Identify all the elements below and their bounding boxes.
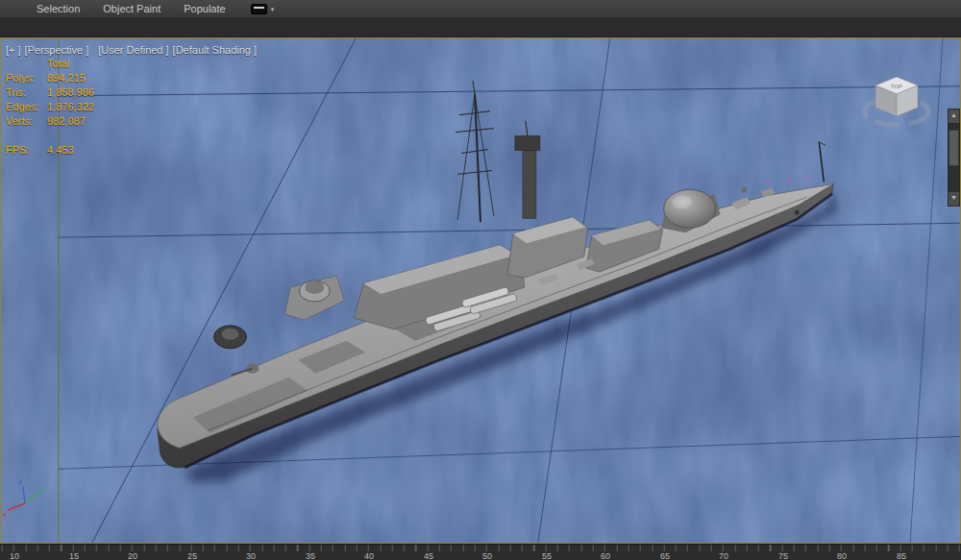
timeline-tick-label: 50 [482, 550, 492, 560]
viewport-label: [+ ][Perspective ][User Defined ][Defaul… [6, 44, 260, 56]
timeline-tick-label: 30 [246, 550, 256, 560]
minimize-ribbon-icon [251, 4, 267, 14]
viewport-menu-pov[interactable]: [Perspective ] [25, 44, 89, 56]
viewport-statistics: Total Polys:894,215 Tris:1,858,986 Edges… [6, 57, 94, 158]
viewport-menu-shading[interactable]: [Default Shading ] [173, 44, 257, 56]
viewcube-top-label: TOP [891, 84, 902, 89]
ribbon-minimize-button[interactable]: ▾ [251, 4, 275, 14]
timeline-tick-label: 15 [69, 550, 79, 560]
ribbon-collapsed-strip [0, 18, 961, 37]
chevron-down-icon[interactable]: ▾ [271, 6, 275, 12]
timeline-tick-label: 80 [837, 550, 847, 560]
tab-object-paint[interactable]: Object Paint [91, 0, 172, 17]
panel-scrollbar[interactable]: ▴ ▾ [948, 109, 960, 207]
stat-edges: Edges:1,876,322 [6, 100, 94, 114]
stat-verts: Verts:982,087 [6, 114, 94, 129]
tab-populate[interactable]: Populate [172, 0, 236, 17]
timeline-track-bar[interactable]: 10 15 20 25 30 35 40 45 50 55 60 65 70 7… [0, 544, 961, 560]
timeline-tick-label: 25 [187, 550, 197, 560]
viewport-canvas: x y z [1, 38, 960, 543]
stat-tris: Tris:1,858,986 [6, 85, 94, 100]
perspective-viewport[interactable]: x y z [+ ][Perspective ][User Defined ][… [0, 37, 961, 544]
timeline-tick-label: 20 [128, 550, 137, 560]
ribbon-tab-bar: Selection Object Paint Populate ▾ [0, 0, 961, 18]
scroll-down-button[interactable]: ▾ [948, 191, 960, 207]
timeline-tick-label: 35 [306, 550, 315, 560]
timeline-tick-label: 65 [660, 550, 670, 560]
scroll-track[interactable] [948, 124, 960, 191]
axis-x-label: x [3, 510, 7, 519]
stat-polys: Polys:894,215 [6, 71, 94, 85]
viewport-menu-view[interactable]: [User Defined ] [98, 44, 168, 56]
timeline-tick-label: 55 [542, 550, 552, 560]
scroll-up-button[interactable]: ▴ [948, 109, 960, 124]
timeline-tick-label: 85 [897, 550, 906, 560]
timeline-numbers: 10 15 20 25 30 35 40 45 50 55 60 65 70 7… [0, 550, 961, 560]
axis-z-label: z [18, 477, 22, 486]
timeline-tick-label: 45 [424, 550, 433, 560]
stat-fps: FPS:4.453 [6, 143, 94, 158]
scroll-thumb[interactable] [949, 130, 959, 166]
timeline-tick-label: 60 [601, 550, 610, 560]
axis-y-label: y [39, 485, 43, 494]
timeline-tick-label: 40 [364, 550, 374, 560]
timeline-tick-label: 10 [10, 550, 19, 560]
tab-selection[interactable]: Selection [25, 0, 91, 17]
stats-header: Total [47, 57, 94, 71]
timeline-tick-label: 75 [778, 550, 788, 560]
timeline-tick-label: 70 [719, 550, 728, 560]
viewport-menu-general[interactable]: [+ ] [6, 44, 21, 56]
viewcube[interactable]: TOP [858, 61, 939, 146]
